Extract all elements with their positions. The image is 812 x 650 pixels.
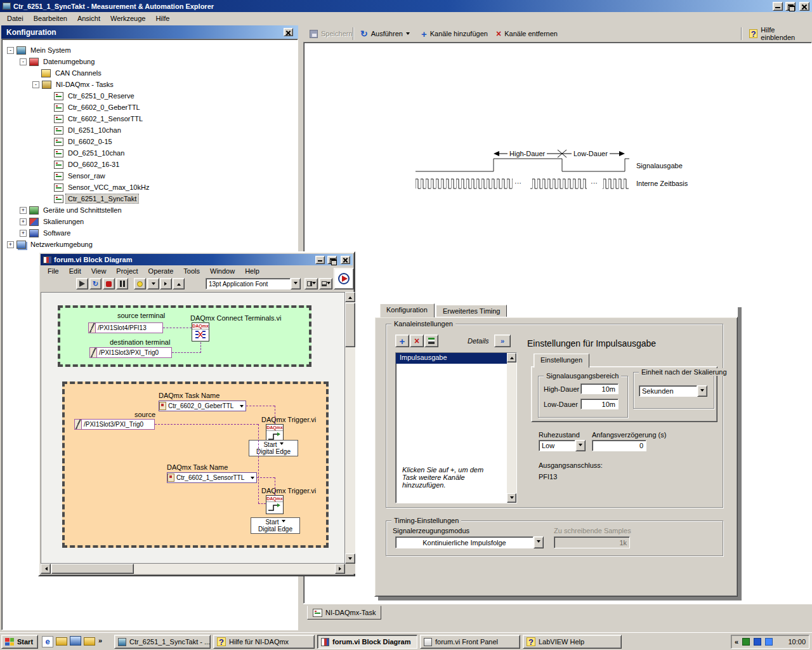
tree-item-can-channels[interactable]: CAN Channels xyxy=(41,68,103,78)
tree-item-task[interactable]: Ctr_6602_0_GeberTTL xyxy=(54,102,142,112)
source-terminal-constant[interactable]: /PXI1Slot4/PFI13 xyxy=(88,322,163,333)
block-diagram-canvas[interactable]: source terminal /PXI1Slot4/PFI13 DAQmx C… xyxy=(41,292,345,564)
tree-item-task[interactable]: DO_6602_16-31 xyxy=(54,159,121,169)
task-constant-2[interactable]: Ctr_6602_1_SensorTTL xyxy=(167,472,257,483)
menu-edit[interactable]: Edit xyxy=(65,266,86,276)
idle-state-select[interactable]: Low xyxy=(539,440,575,451)
mode-dropdown-button[interactable] xyxy=(534,536,544,548)
list-scrollbar[interactable] xyxy=(507,353,516,503)
restore-button[interactable] xyxy=(785,2,796,11)
delete-channel-button[interactable]: × xyxy=(410,335,424,347)
tree-item-task[interactable]: Ctr_6251_0_Reserve xyxy=(54,91,136,101)
menu-hilfe[interactable]: Hilfe xyxy=(151,13,174,23)
run-button[interactable] xyxy=(76,278,88,289)
scrollbar-down-button[interactable] xyxy=(507,493,516,503)
scrollbar-thumb[interactable] xyxy=(345,303,355,347)
font-ring-select[interactable]: 13pt Application Font xyxy=(206,278,291,289)
tree-expander-icon[interactable]: - xyxy=(20,58,27,65)
sidebar-close-icon[interactable] xyxy=(284,28,293,36)
scrollbar-right-button[interactable] xyxy=(335,564,345,574)
menu-file[interactable]: File xyxy=(43,266,63,276)
tab-erweitertes-timing[interactable]: Erweitertes Timing xyxy=(436,305,507,317)
menu-help[interactable]: Help xyxy=(240,266,264,276)
tree-expander-icon[interactable]: + xyxy=(20,207,27,214)
details-expand-button[interactable]: » xyxy=(494,335,511,347)
minimize-button[interactable] xyxy=(773,2,783,11)
tree-item-task[interactable]: DI_6251_10chan xyxy=(54,125,123,135)
run-dropdown-icon[interactable] xyxy=(406,32,410,37)
tree-expander-icon[interactable]: - xyxy=(7,47,14,54)
tree-item-nidaqmx-tasks[interactable]: - NI-DAQmx - Tasks xyxy=(32,79,115,90)
tray-collapse-chevron[interactable]: « xyxy=(735,638,738,646)
tree-expander-icon[interactable]: + xyxy=(20,230,27,237)
destination-terminal-constant[interactable]: /PXI1Slot3/PXI_Trig0 xyxy=(89,347,172,358)
taskbar-task-block-diagram[interactable]: forum.vi Block Diagram xyxy=(317,635,417,649)
scrollbar-up-button[interactable] xyxy=(507,353,516,362)
folder-quicklaunch-icon[interactable] xyxy=(56,637,67,646)
high-duration-input[interactable]: 10m xyxy=(580,383,619,394)
generation-mode-select[interactable]: Kontinuierliche Impulsfolge xyxy=(395,536,534,548)
daqmx-trigger-vi-icon-2[interactable]: DAQmx xyxy=(266,495,284,514)
step-into-button[interactable] xyxy=(147,278,159,289)
trigger-type-selector-2[interactable]: Start Digital Edge xyxy=(251,517,300,534)
abort-button[interactable] xyxy=(103,278,115,289)
step-out-button[interactable] xyxy=(173,278,185,289)
menu-window[interactable]: Window xyxy=(206,266,239,276)
task-constant-1[interactable]: Ctr_6602_0_GeberTTL xyxy=(159,401,246,411)
save-button[interactable]: Speichern xyxy=(306,27,357,41)
initial-delay-input[interactable]: 0 xyxy=(592,440,646,451)
unit-select[interactable]: Sekunden xyxy=(639,385,697,397)
tree-expander-icon[interactable]: - xyxy=(32,81,39,88)
distribute-objects-button[interactable] xyxy=(319,278,332,289)
taskbar-task-max[interactable]: Ctr_6251_1_SyncTakt - ... xyxy=(114,635,211,649)
tray-icon-blue[interactable] xyxy=(754,638,761,646)
tree-expander-icon[interactable]: + xyxy=(20,218,27,225)
tree-item-skalierungen[interactable]: + Skalierungen xyxy=(20,216,86,227)
quicklaunch-overflow-chevron[interactable]: » xyxy=(98,637,102,644)
low-duration-input[interactable]: 10m xyxy=(580,399,619,409)
add-channel-button[interactable]: + xyxy=(395,335,409,347)
tab-nidaqmx-task[interactable]: NI-DAQmx-Task xyxy=(307,606,381,620)
tray-icon-lightblue[interactable] xyxy=(765,638,773,646)
channel-list-item-selected[interactable]: Impulsausgabe xyxy=(396,353,507,364)
ie-quicklaunch-icon[interactable]: e xyxy=(42,636,53,647)
samples-input[interactable]: 1k xyxy=(554,536,630,548)
menu-view[interactable]: View xyxy=(87,266,111,276)
remove-channels-button[interactable]: × Kanäle entfernen xyxy=(492,27,561,41)
tree-item-task[interactable]: Sensor_VCC_max_10kHz xyxy=(54,182,151,192)
unit-dropdown-button[interactable] xyxy=(697,385,707,397)
daqmx-connect-terminals-vi-icon[interactable]: DAQmx xyxy=(192,322,209,342)
close-button[interactable] xyxy=(799,2,809,11)
menu-bearbeiten[interactable]: Bearbeiten xyxy=(29,13,72,23)
step-over-button[interactable] xyxy=(160,278,172,289)
taskbar-task-help-daqmx[interactable]: ? Hilfe für NI-DAQmx xyxy=(213,635,315,649)
tree-item-software[interactable]: + Software xyxy=(20,228,72,238)
start-button[interactable]: Start xyxy=(1,635,38,649)
menu-operate[interactable]: Operate xyxy=(144,266,178,276)
add-channels-button[interactable]: + Kanäle hinzufügen xyxy=(417,27,492,41)
idle-dropdown-button[interactable] xyxy=(575,440,586,451)
tree-item-geraete[interactable]: + Geräte und Schnittstellen xyxy=(20,205,124,215)
run-button[interactable]: ↻ Ausführen xyxy=(357,27,414,41)
tab-einstellungen[interactable]: Einstellungen xyxy=(534,354,589,368)
taskbar-task-labview-help[interactable]: ? LabVIEW Help xyxy=(523,635,622,649)
channel-listbox[interactable]: Impulsausgabe Klicken Sie auf +, um dem … xyxy=(395,352,517,503)
show-help-button[interactable]: ? Hilfe einblenden xyxy=(745,27,812,41)
menu-ansicht[interactable]: Ansicht xyxy=(73,13,105,23)
menu-project[interactable]: Project xyxy=(112,266,142,276)
align-objects-button[interactable] xyxy=(304,278,318,289)
tree-item-netzwerkumgebung[interactable]: + Netzwerkumgebung xyxy=(7,239,95,249)
folder-quicklaunch-icon[interactable] xyxy=(84,637,95,646)
scrollbar-down-button[interactable] xyxy=(345,554,355,564)
tree-item-task[interactable]: DO_6251_10chan xyxy=(54,148,126,158)
highlight-execution-button[interactable] xyxy=(134,278,146,289)
tree-item-datenumgebung[interactable]: - Datenumgebung xyxy=(20,56,96,67)
menu-tools[interactable]: Tools xyxy=(179,266,204,276)
horizontal-scrollbar[interactable] xyxy=(41,564,345,574)
scrollbar-thumb[interactable] xyxy=(51,564,134,574)
tree-item-mein-system[interactable]: - Mein System xyxy=(7,45,73,55)
show-desktop-icon[interactable] xyxy=(70,636,81,646)
close-button[interactable] xyxy=(341,256,350,264)
tree-item-task-selected[interactable]: Ctr_6251_1_SyncTakt xyxy=(54,194,138,204)
trigger-type-selector-1[interactable]: Start Digital Edge xyxy=(249,440,298,456)
